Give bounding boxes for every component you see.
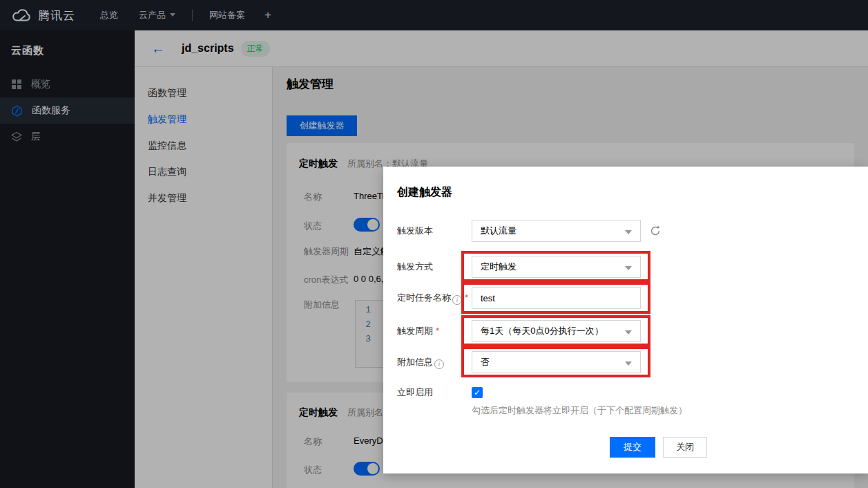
- submit-button[interactable]: 提交: [610, 437, 655, 458]
- enable-hint: 勾选后定时触发器将立即开启（于下个配置周期触发）: [472, 404, 687, 417]
- top-menu: 总览 云产品 网站备案 +: [100, 8, 271, 22]
- close-button[interactable]: 关闭: [663, 437, 707, 458]
- select-arrow-icon: [625, 266, 632, 270]
- select-arrow-icon: [625, 230, 632, 234]
- required-mark: *: [436, 326, 439, 336]
- cloud-logo-icon: [11, 8, 32, 22]
- method-label: 触发方式: [397, 256, 433, 278]
- enable-label: 立即启用: [397, 382, 433, 404]
- version-label: 触发版本: [397, 220, 433, 242]
- cycle-select[interactable]: 每1天（每天0点0分执行一次）: [472, 320, 641, 342]
- extra-info-value: 否: [481, 356, 490, 368]
- cycle-value: 每1天（每天0点0分执行一次）: [481, 325, 604, 337]
- info-icon: i: [452, 295, 462, 305]
- required-mark: *: [465, 292, 468, 303]
- version-value: 默认流量: [481, 225, 517, 237]
- top-navbar: 腾讯云 总览 云产品 网站备案 +: [0, 0, 868, 30]
- tencent-cloud-logo[interactable]: 腾讯云: [11, 8, 75, 24]
- version-select[interactable]: 默认流量: [472, 220, 641, 242]
- create-trigger-dialog: 创建触发器 触发版本 默认流量 触发方式 定时触发 定时任务名称i* test …: [383, 167, 868, 473]
- refresh-button[interactable]: [649, 225, 662, 237]
- chevron-down-icon: [170, 13, 175, 17]
- add-tab-button[interactable]: +: [264, 8, 271, 22]
- checkmark-icon: ✓: [474, 388, 481, 397]
- task-name-input[interactable]: test: [472, 287, 641, 309]
- dialog-title: 创建触发器: [397, 185, 452, 200]
- nav-overview[interactable]: 总览: [100, 9, 118, 21]
- enable-checkbox[interactable]: ✓: [472, 387, 483, 398]
- select-arrow-icon: [625, 362, 632, 366]
- method-select[interactable]: 定时触发: [472, 256, 641, 278]
- method-value: 定时触发: [481, 261, 517, 273]
- task-name-value: test: [481, 293, 495, 303]
- select-arrow-icon: [625, 330, 632, 335]
- task-name-label: 定时任务名称i*: [397, 287, 468, 309]
- nav-beian[interactable]: 网站备案: [209, 9, 245, 21]
- brand-text: 腾讯云: [38, 8, 75, 24]
- extra-info-label: 附加信息i: [397, 351, 444, 373]
- cycle-label: 触发周期*: [397, 320, 439, 342]
- extra-info-select[interactable]: 否: [472, 351, 641, 373]
- nav-divider: [192, 10, 193, 21]
- nav-products[interactable]: 云产品: [139, 9, 175, 21]
- info-icon: i: [434, 359, 444, 369]
- refresh-icon: [649, 225, 662, 237]
